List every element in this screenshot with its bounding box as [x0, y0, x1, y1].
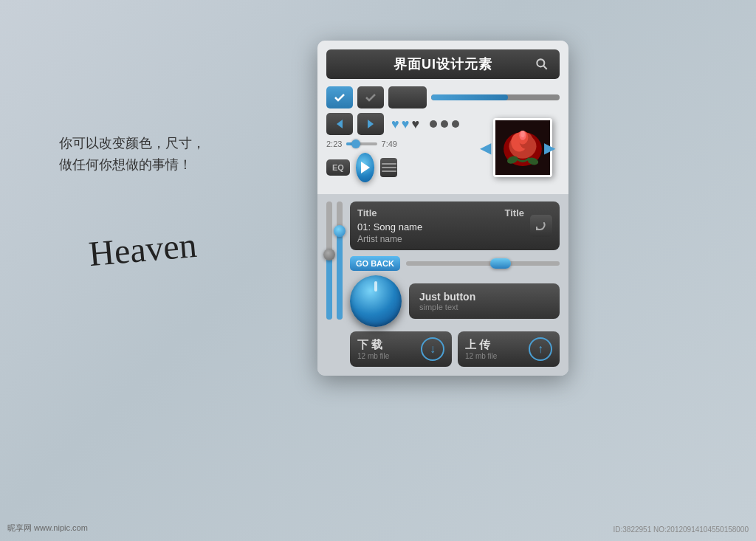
v-slider-2-thumb[interactable] — [334, 225, 346, 237]
right-content: Title Title 01: Song name Artist name GO… — [350, 201, 560, 367]
just-button-sub: simple text — [419, 303, 549, 311]
download-label: 下 载 — [357, 338, 389, 352]
ui-panel: 界面UI设计元素 — [317, 41, 568, 376]
action-row: 下 载 12 mb file ↓ 上 传 12 mb file ↑ — [350, 331, 560, 367]
go-back-button[interactable]: GO BACK — [350, 256, 400, 271]
checkbox-checked[interactable] — [326, 86, 353, 108]
time-current: 2:23 — [326, 139, 342, 148]
v-slider-1[interactable] — [326, 201, 332, 320]
h-slider-thumb[interactable] — [490, 258, 511, 269]
time-total: 7:49 — [382, 139, 397, 148]
heart-1[interactable]: ♥ — [391, 117, 399, 132]
volume-knob[interactable] — [350, 275, 402, 327]
return-button[interactable] — [530, 215, 552, 237]
artist-name: Artist name — [357, 234, 524, 244]
svg-point-0 — [537, 59, 544, 66]
search-button[interactable] — [532, 54, 552, 75]
v-slider-1-thumb[interactable] — [323, 249, 335, 261]
just-button[interactable]: Just button simple text — [409, 283, 560, 319]
upload-text: 上 传 12 mb file — [465, 338, 497, 360]
upload-button[interactable]: 上 传 12 mb file ↑ — [458, 331, 560, 367]
download-icon: ↓ — [421, 337, 444, 361]
playback-row: EQ — [326, 153, 478, 182]
upload-icon: ↑ — [529, 337, 552, 361]
signature: Heaven — [87, 224, 199, 275]
play-button[interactable] — [356, 153, 374, 182]
eq-button[interactable]: EQ — [326, 159, 350, 176]
knob-row: Just button simple text — [350, 275, 560, 327]
v-slider-2-fill — [337, 231, 343, 320]
album-art-wrapper: ◀ ▶ — [493, 118, 552, 177]
playlist-line-3 — [382, 170, 396, 172]
album-art-area: ◀ ▶ — [493, 118, 552, 177]
svg-marker-2 — [337, 120, 343, 128]
song-card: Title Title 01: Song name Artist name — [350, 201, 560, 250]
svg-line-1 — [543, 66, 547, 69]
toggle-btn[interactable] — [388, 86, 427, 108]
svg-marker-3 — [368, 120, 374, 128]
left-line1: 你可以改变颜色，尺寸， — [59, 133, 205, 154]
top-section: 界面UI设计元素 — [317, 41, 568, 194]
album-art — [493, 118, 552, 177]
svg-point-12 — [520, 131, 525, 137]
playlist-line-1 — [382, 163, 396, 165]
progress-fill — [431, 94, 508, 100]
hearts-area: ♥ ♥ ♥ — [391, 117, 419, 132]
playlist-button[interactable] — [380, 158, 397, 177]
upload-sub: 12 mb file — [465, 352, 497, 360]
song-title-left: Title — [357, 207, 377, 218]
h-slider[interactable] — [406, 261, 560, 266]
dot-2 — [441, 120, 448, 128]
upload-label: 上 传 — [465, 338, 497, 352]
seek-thumb[interactable] — [351, 139, 360, 148]
time-row: 2:23 7:49 — [326, 139, 478, 148]
v-slider-2[interactable] — [337, 201, 343, 320]
playlist-line-2 — [382, 167, 396, 168]
dots-area — [430, 120, 459, 128]
slider-column — [326, 201, 343, 367]
title-bar: 界面UI设计元素 — [326, 49, 560, 79]
just-button-label: Just button — [419, 291, 549, 303]
heart-3[interactable]: ♥ — [411, 117, 419, 132]
download-sub: 12 mb file — [357, 352, 389, 360]
download-button[interactable]: 下 载 12 mb file ↓ — [350, 331, 452, 367]
prev-btn[interactable] — [326, 113, 353, 135]
left-line2: 做任何你想做的事情！ — [59, 154, 205, 176]
watermark-left: 昵享网 www.nipic.com — [7, 523, 88, 534]
bottom-section: Title Title 01: Song name Artist name GO… — [317, 194, 568, 376]
song-name: 01: Song name — [357, 221, 524, 232]
controls-row-1 — [326, 86, 560, 108]
v-slider-1-fill — [326, 255, 332, 320]
song-title-right: Title — [505, 207, 525, 218]
song-card-header: Title Title — [357, 207, 524, 218]
song-info: Title Title 01: Song name Artist name — [357, 207, 524, 244]
dot-1 — [430, 120, 437, 128]
watermark-id: ID:3822951 NO:20120914104550158000 — [614, 526, 749, 534]
album-next-arrow[interactable]: ▶ — [544, 139, 555, 156]
dot-3 — [452, 120, 459, 128]
goback-row: GO BACK — [350, 256, 560, 271]
panel-title: 界面UI设计元素 — [394, 55, 492, 73]
album-prev-arrow[interactable]: ◀ — [480, 139, 491, 156]
left-description: 你可以改变颜色，尺寸， 做任何你想做的事情！ — [59, 133, 205, 176]
download-text: 下 载 12 mb file — [357, 338, 389, 360]
next-btn[interactable] — [357, 113, 384, 135]
svg-marker-4 — [361, 162, 370, 173]
seek-bar[interactable] — [346, 142, 377, 145]
checkbox-unchecked[interactable] — [357, 86, 384, 108]
heart-2[interactable]: ♥ — [402, 117, 410, 132]
progress-bar — [431, 94, 560, 100]
